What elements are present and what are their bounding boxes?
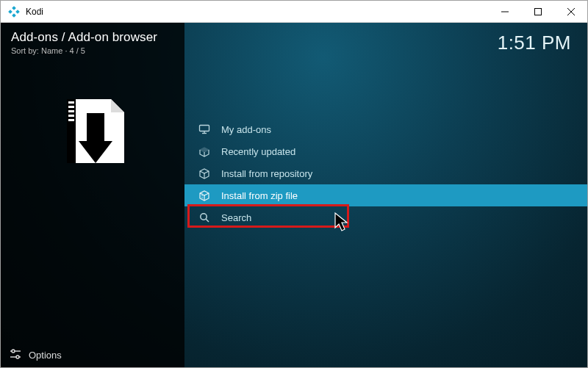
menu-item-install-from-repository[interactable]: Install from repository <box>184 162 587 184</box>
window-title: Kodi <box>26 7 43 17</box>
side-spacer <box>1 169 184 342</box>
addon-browser-menu: My add-ons Recently updated <box>184 118 587 228</box>
sort-prefix: Sort by: <box>11 46 39 55</box>
menu-item-search[interactable]: Search <box>184 206 587 228</box>
svg-rect-2 <box>15 10 20 14</box>
svg-rect-1 <box>8 10 12 14</box>
svg-rect-3 <box>12 13 16 18</box>
svg-rect-9 <box>68 101 74 104</box>
sliders-icon <box>10 348 21 362</box>
svg-rect-0 <box>12 6 16 10</box>
box-open-icon <box>198 145 211 158</box>
sort-value: Name <box>41 46 62 55</box>
menu-item-label: Recently updated <box>221 146 295 157</box>
options-button[interactable]: Options <box>1 342 184 367</box>
menu-item-label: Install from zip file <box>221 190 298 201</box>
addon-browser-icon <box>1 95 184 169</box>
zip-box-icon <box>198 189 211 202</box>
close-button[interactable] <box>554 1 587 23</box>
svg-rect-8 <box>67 99 76 163</box>
window-titlebar[interactable]: Kodi <box>1 1 587 23</box>
menu-item-label: Install from repository <box>221 168 312 179</box>
svg-point-19 <box>16 356 19 358</box>
kodi-window: Kodi Add-ons / Add-on browser Sort by: N… <box>0 0 588 368</box>
menu-item-label: Search <box>221 212 251 223</box>
breadcrumb: Add-ons / Add-on browser <box>1 30 184 45</box>
menu-item-recently-updated[interactable]: Recently updated <box>184 140 587 162</box>
content-panel: 1:51 PM My add-ons <box>184 23 587 367</box>
svg-rect-14 <box>87 113 104 142</box>
maximize-button[interactable] <box>521 1 554 23</box>
box-icon <box>198 167 211 180</box>
options-label: Options <box>29 350 62 361</box>
svg-rect-20 <box>200 126 209 131</box>
sort-info: Sort by: Name · 4 / 5 <box>1 45 184 55</box>
side-panel: Add-ons / Add-on browser Sort by: Name ·… <box>1 23 184 367</box>
kodi-app-icon <box>7 4 21 19</box>
window-controls <box>488 1 587 23</box>
clock: 1:51 PM <box>498 32 571 54</box>
svg-rect-12 <box>68 115 74 117</box>
search-icon <box>198 211 211 224</box>
svg-line-31 <box>206 219 209 222</box>
svg-point-17 <box>12 350 15 353</box>
svg-marker-23 <box>200 148 209 152</box>
svg-rect-13 <box>68 119 74 121</box>
svg-rect-10 <box>68 106 74 108</box>
menu-item-label: My add-ons <box>221 124 271 135</box>
monitor-icon <box>198 123 211 136</box>
minimize-button[interactable] <box>488 1 521 23</box>
menu-item-install-from-zip[interactable]: Install from zip file <box>184 184 587 206</box>
svg-rect-5 <box>534 9 541 15</box>
app-body: Add-ons / Add-on browser Sort by: Name ·… <box>1 23 587 367</box>
list-position: 4 / 5 <box>70 46 85 55</box>
menu-item-my-addons[interactable]: My add-ons <box>184 118 587 140</box>
svg-point-30 <box>201 214 207 220</box>
svg-rect-11 <box>68 110 74 112</box>
